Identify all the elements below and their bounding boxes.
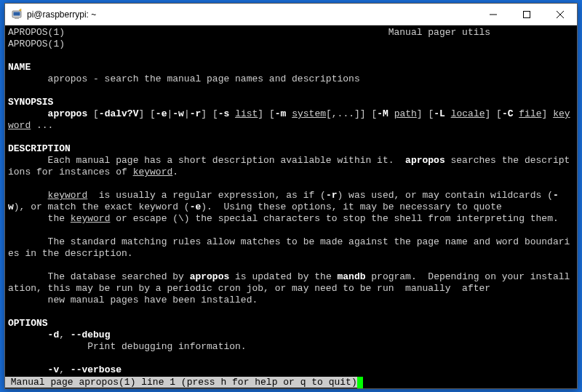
window-controls [477, 4, 577, 25]
name-line: apropos - search the manual page names a… [48, 73, 360, 84]
man-header: APROPOS(1) Manual pager utils APROPOS(1) [8, 27, 577, 49]
section-name: NAME [8, 62, 31, 73]
titlebar[interactable]: pi@raspberrypi: ~ [5, 4, 577, 25]
opt-debug-desc: Print debugging information. [87, 341, 246, 352]
minimize-button[interactable] [477, 4, 510, 25]
minimize-icon [490, 11, 497, 18]
desc-para-3: The standard matching rules allow matche… [8, 236, 570, 259]
maximize-icon [523, 11, 530, 18]
terminal-content[interactable]: APROPOS(1) Manual pager utils APROPOS(1)… [5, 25, 577, 388]
terminal-window: pi@raspberrypi: ~ APROPOS(1) [4, 3, 578, 389]
section-description: DESCRIPTION [8, 143, 71, 154]
pager-status-line: Manual page apropos(1) line 1 (press h f… [5, 377, 363, 388]
putty-icon [11, 9, 23, 20]
cursor [357, 377, 363, 388]
close-icon [557, 11, 564, 18]
section-options: OPTIONS [8, 318, 48, 329]
svg-rect-1 [14, 12, 20, 15]
section-synopsis: SYNOPSIS [8, 97, 53, 108]
window-title: pi@raspberrypi: ~ [27, 9, 477, 20]
svg-rect-2 [15, 17, 19, 19]
maximize-button[interactable] [510, 4, 543, 25]
close-button[interactable] [543, 4, 577, 25]
svg-rect-4 [524, 11, 530, 17]
